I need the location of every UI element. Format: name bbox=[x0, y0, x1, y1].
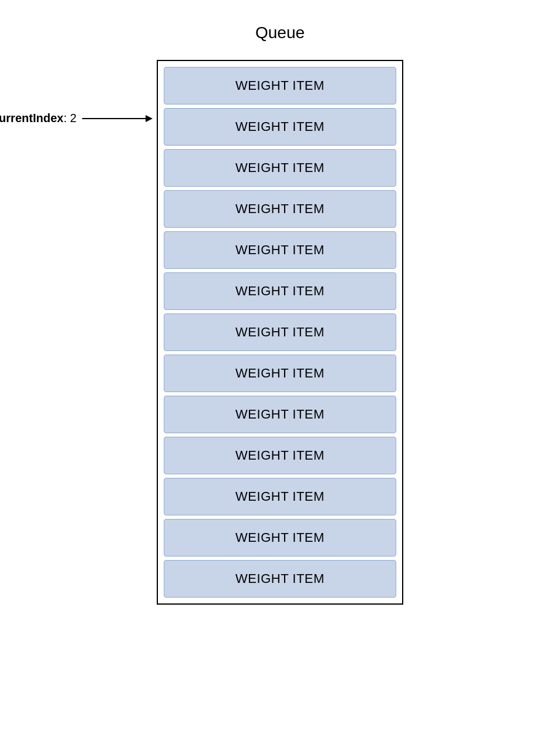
list-item: WEIGHT ITEM bbox=[164, 313, 396, 351]
list-item: WEIGHT ITEM bbox=[164, 67, 396, 104]
list-item: WEIGHT ITEM bbox=[164, 231, 396, 269]
list-item: WEIGHT ITEM bbox=[164, 355, 396, 392]
list-item: WEIGHT ITEM bbox=[164, 108, 396, 146]
list-item: WEIGHT ITEM bbox=[164, 478, 396, 515]
svg-marker-1 bbox=[146, 115, 153, 122]
list-item: WEIGHT ITEM bbox=[164, 560, 396, 598]
list-item: WEIGHT ITEM bbox=[164, 149, 396, 187]
list-item: WEIGHT ITEM bbox=[164, 396, 396, 433]
current-index-annotation: currentIndex: 2 bbox=[0, 112, 153, 125]
list-item: WEIGHT ITEM bbox=[164, 519, 396, 556]
queue-container: WEIGHT ITEM WEIGHT ITEM WEIGHT ITEM WEIG… bbox=[157, 60, 403, 605]
annotation-label-bold: currentIndex bbox=[0, 112, 63, 124]
arrow-indicator bbox=[82, 113, 153, 124]
main-layout: currentIndex: 2 WEIGHT ITEM WEIGHT ITEM … bbox=[157, 60, 403, 605]
list-item: WEIGHT ITEM bbox=[164, 272, 396, 310]
annotation-label: currentIndex: 2 bbox=[0, 112, 76, 125]
list-item: WEIGHT ITEM bbox=[164, 190, 396, 228]
annotation-value: 2 bbox=[67, 112, 77, 124]
list-item: WEIGHT ITEM bbox=[164, 437, 396, 474]
page-title: Queue bbox=[255, 23, 305, 42]
